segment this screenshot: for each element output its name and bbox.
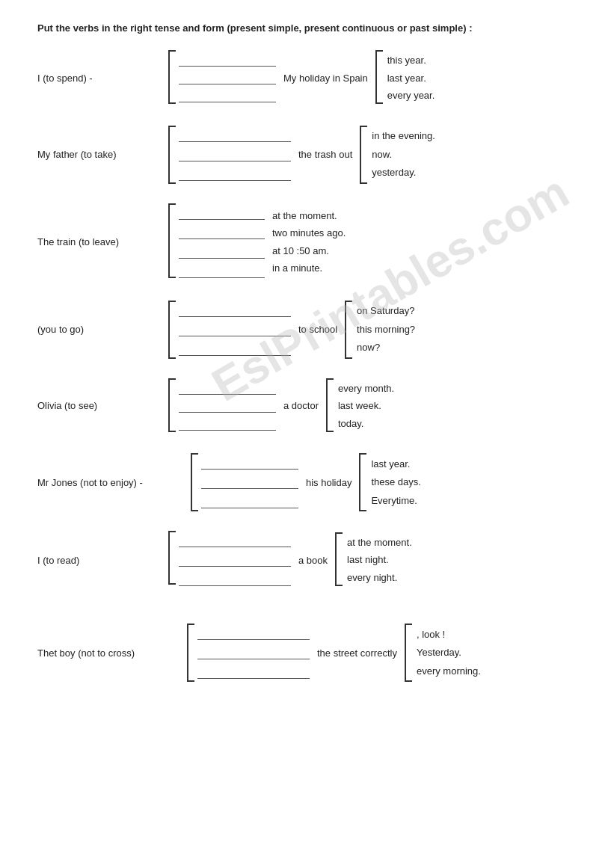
fill-line (179, 226, 265, 239)
instructions: Put the verbs in the right tense and for… (37, 22, 577, 34)
ex4-middle: to school (298, 324, 337, 335)
right-option: at the moment. (272, 209, 346, 224)
ex5-subject: Olivia (to see) (37, 400, 168, 411)
fill-line (179, 399, 276, 413)
ex8-subject: Thet boy (not to cross) (37, 647, 187, 659)
right-option: on Saturday? (357, 304, 415, 318)
exercise-1: I (to spend) - My holiday in Spain this … (37, 50, 577, 106)
right-option: last week. (338, 398, 394, 413)
ex7-subject: I (to read) (37, 555, 168, 566)
fill-line (179, 206, 265, 220)
exercise-5: Olivia (to see) a doctor every month. la… (37, 378, 577, 434)
fill-line (201, 495, 298, 508)
fill-line (201, 475, 298, 489)
ex2-middle: the trash out (298, 149, 352, 160)
exercise-8: Thet boy (not to cross) the street corre… (37, 624, 577, 682)
right-option: Everytime. (371, 493, 421, 508)
fill-line (179, 553, 291, 567)
fill-line (179, 265, 265, 278)
right-option: this year. (387, 53, 435, 68)
fill-line (179, 342, 291, 356)
ex8-middle: the street correctly (317, 647, 397, 659)
right-option: these days. (371, 475, 421, 490)
fill-line (179, 167, 291, 181)
right-option: , look ! (417, 627, 481, 642)
ex1-subject: I (to spend) - (37, 73, 168, 84)
watermark: EslPrintables.com (203, 164, 578, 411)
fill-line (197, 646, 310, 659)
fill-line (179, 129, 291, 142)
right-option: in a minute. (272, 261, 346, 276)
right-option: now? (357, 340, 415, 355)
exercise-7: I (to read) a book at the moment. last n… (37, 531, 577, 589)
exercise-3: The train (to leave) at the moment. two … (37, 203, 577, 281)
exercise-2: My father (to take) the trash out in the… (37, 126, 577, 184)
right-option: every year. (387, 88, 435, 103)
fill-line (201, 456, 298, 470)
ex5-middle: a doctor (283, 400, 319, 411)
fill-line (197, 665, 310, 679)
exercise-4: (you to go) to school on Saturday? this … (37, 301, 577, 359)
fill-line (179, 304, 291, 317)
right-option: Yesterday. (417, 645, 481, 660)
fill-line (179, 573, 291, 586)
right-option: today. (338, 416, 394, 431)
right-option: two minutes ago. (272, 226, 346, 241)
right-option: every night. (347, 570, 412, 585)
fill-line (179, 381, 276, 395)
fill-line (179, 534, 291, 547)
right-option: yesterday. (372, 165, 435, 180)
fill-line (197, 627, 310, 640)
ex6-subject: Mr Jones (not to enjoy) - (37, 477, 191, 488)
ex4-subject: (you to go) (37, 324, 168, 335)
fill-line (179, 89, 276, 102)
ex3-subject: The train (to leave) (37, 236, 168, 247)
right-option: last year. (387, 71, 435, 86)
right-option: every morning. (417, 664, 481, 679)
right-option: every month. (338, 381, 394, 396)
exercise-6: Mr Jones (not to enjoy) - his holiday la… (37, 453, 577, 511)
fill-line (179, 417, 276, 431)
fill-line (179, 71, 276, 84)
right-option: now. (372, 147, 435, 162)
fill-line (179, 245, 265, 259)
right-option: at 10 :50 am. (272, 244, 346, 259)
ex7-middle: a book (298, 555, 328, 566)
ex6-middle: his holiday (306, 477, 351, 488)
right-option: in the evening. (372, 129, 435, 144)
ex1-middle: My holiday in Spain (283, 73, 368, 84)
right-option: at the moment. (347, 535, 412, 550)
right-option: this morning? (357, 322, 415, 337)
fill-line (179, 148, 291, 161)
fill-line (179, 53, 276, 67)
right-option: last night. (347, 552, 412, 567)
fill-line (179, 323, 291, 336)
right-option: last year. (371, 457, 421, 472)
ex2-subject: My father (to take) (37, 149, 168, 160)
